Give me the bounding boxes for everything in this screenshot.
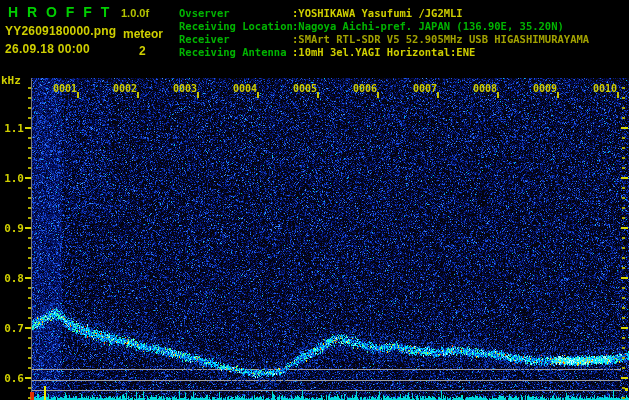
time-tick-label: 0008 <box>465 83 505 93</box>
info-row-value: :10mH 3el.YAGI Horizontal:ENE <box>292 46 475 58</box>
mode-label: meteor <box>123 27 163 41</box>
observer-info-row: Ovserver:YOSHIKAWA Yasufumi /JG2MLI <box>179 7 589 20</box>
info-row-value: :Nagoya Aichi-pref. JAPAN (136.90E, 35.2… <box>292 20 564 32</box>
spectrogram-canvas <box>0 0 629 400</box>
time-tick-label: 0004 <box>225 83 265 93</box>
info-row-value: :SMArt RTL-SDR V5 52.905MHz USB HIGASHIM… <box>292 33 589 45</box>
freq-tick-label: 0.6 <box>0 372 24 384</box>
time-tick-label: 0007 <box>405 83 445 93</box>
observer-info-block: Ovserver:YOSHIKAWA Yasufumi /JG2MLIRecei… <box>179 7 589 59</box>
info-row-label: Receiving Location <box>179 20 292 32</box>
time-tick-label: 0010 <box>585 83 625 93</box>
observer-info-row: Receiving Location:Nagoya Aichi-pref. JA… <box>179 20 589 33</box>
time-tick-label: 0009 <box>525 83 565 93</box>
output-filename: YY2609180000.png <box>5 24 116 38</box>
info-row-label: Receiving Antenna <box>179 46 292 58</box>
freq-tick-label: 1.0 <box>0 172 24 184</box>
observer-info-row: Receiver:SMArt RTL-SDR V5 52.905MHz USB … <box>179 33 589 46</box>
meteor-count: 2 <box>139 44 146 58</box>
info-row-label: Ovserver <box>179 7 292 19</box>
hrofft-window: H R O F F T 1.0.0f YY2609180000.png mete… <box>0 0 629 400</box>
info-row-value: :YOSHIKAWA Yasufumi /JG2MLI <box>292 7 463 19</box>
freq-tick-label: 0.9 <box>0 222 24 234</box>
app-title: H R O F F T <box>8 4 112 20</box>
frequency-axis-unit: kHz <box>1 74 21 87</box>
time-tick-label: 0001 <box>45 83 85 93</box>
time-tick-label: 0005 <box>285 83 325 93</box>
observer-info-row: Receiving Antenna:10mH 3el.YAGI Horizont… <box>179 46 589 59</box>
freq-tick-label: 0.8 <box>0 272 24 284</box>
observation-datetime: 26.09.18 00:00 <box>5 42 90 56</box>
freq-tick-label: 0.7 <box>0 322 24 334</box>
time-tick-label: 0006 <box>345 83 385 93</box>
info-row-label: Receiver <box>179 33 292 45</box>
time-tick-label: 0002 <box>105 83 145 93</box>
app-version: 1.0.0f <box>121 7 149 19</box>
time-tick-label: 0003 <box>165 83 205 93</box>
freq-tick-label: 1.1 <box>0 122 24 134</box>
